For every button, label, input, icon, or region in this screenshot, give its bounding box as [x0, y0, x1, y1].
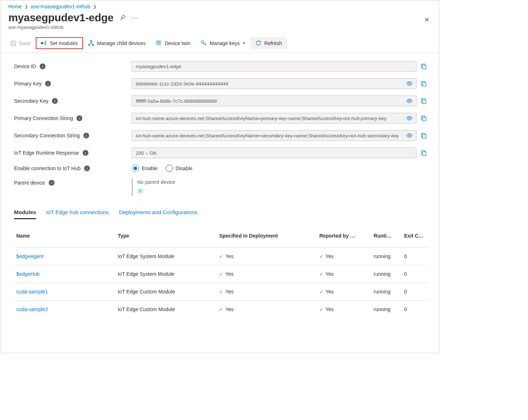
runtime-response-value: 200 -- OK [136, 150, 157, 156]
refresh-label: Refresh [264, 40, 282, 46]
copy-icon[interactable] [421, 133, 428, 139]
copy-icon[interactable] [421, 81, 428, 87]
svg-point-8 [201, 41, 204, 43]
close-icon[interactable]: ✕ [424, 12, 432, 24]
set-modules-label: Set modules [50, 40, 78, 46]
chevron-down-icon: ▾ [243, 41, 245, 45]
tab-modules[interactable]: Modules [14, 209, 36, 219]
col-reported[interactable]: Reported by … [317, 229, 372, 248]
col-type[interactable]: Type [115, 229, 217, 248]
radio-checked-icon [132, 165, 139, 172]
reveal-icon[interactable] [403, 115, 413, 121]
primary-key-label: Primary Key [14, 81, 42, 87]
secondary-conn-value: iot-hub-name.azure-devices.net;SharedAcc… [136, 133, 399, 138]
module-spec: ✓Yes [217, 283, 317, 301]
primary-conn-label: Primary Connection String [14, 115, 73, 121]
svg-rect-4 [41, 42, 43, 44]
module-runtime: running [371, 265, 402, 283]
svg-rect-18 [423, 151, 426, 155]
copy-icon[interactable] [421, 98, 428, 104]
disable-radio[interactable]: Disable [166, 165, 193, 172]
enable-connection-radio-group: Enable Disable [132, 165, 192, 172]
runtime-response-label: IoT Edge Runtime Response [14, 150, 79, 156]
module-runtime: running [371, 283, 402, 301]
info-icon[interactable]: i [45, 81, 51, 87]
device-panel: Home ❯ ase-myasegpudev1-iothub ❯ myasegp… [1, 0, 439, 353]
manage-keys-label: Manage keys [210, 40, 240, 46]
refresh-button[interactable]: Refresh [250, 37, 287, 49]
table-header-row: Name Type Specified in Deployment Report… [14, 229, 428, 248]
device-id-value: myasegpudev1-edge [136, 64, 181, 69]
info-icon[interactable]: i [83, 133, 89, 138]
hierarchy-icon [88, 40, 94, 46]
enable-radio[interactable]: Enable [132, 165, 158, 172]
device-id-field: myasegpudev1-edge [132, 61, 416, 72]
modules-table: Name Type Specified in Deployment Report… [14, 229, 428, 318]
col-runtime[interactable]: Runti… [371, 229, 402, 248]
copy-icon[interactable] [421, 63, 428, 70]
svg-rect-9 [423, 65, 426, 69]
svg-point-14 [409, 118, 410, 119]
table-row[interactable]: $edgeAgentIoT Edge System Module✓Yes✓Yes… [14, 248, 428, 265]
col-exit[interactable]: Exit C… [402, 229, 428, 248]
key-icon [201, 40, 207, 46]
secondary-conn-label: Secondary Connection String [14, 133, 80, 138]
tab-deployments[interactable]: Deployments and Configurations [119, 209, 198, 219]
module-exit: 0 [402, 248, 428, 265]
list-icon [156, 40, 162, 46]
module-name-link[interactable]: cuda-sample1 [16, 289, 48, 295]
info-icon[interactable]: i [49, 180, 54, 186]
runtime-response-field: 200 -- OK [132, 147, 416, 158]
reveal-icon[interactable] [403, 133, 413, 139]
primary-key-field: bbbbbbbb-1c1c-2d2d-3e3e-444444444444 [132, 78, 416, 89]
module-name-link[interactable]: $edgeAgent [16, 253, 44, 259]
module-type: IoT Edge Custom Module [115, 283, 217, 301]
gear-icon[interactable] [137, 188, 143, 195]
tab-connections[interactable]: IoT Edge hub connections [46, 209, 109, 219]
secondary-key-value: ffffffff-5a5a-6b6b-7c7c-888888888888 [136, 98, 217, 104]
col-spec[interactable]: Specified in Deployment [217, 229, 317, 248]
info-icon[interactable]: i [84, 165, 90, 171]
svg-rect-0 [11, 41, 16, 45]
parent-device-label: Parent device [14, 180, 45, 186]
reveal-icon[interactable] [403, 98, 413, 104]
manage-keys-button[interactable]: Manage keys ▾ [196, 37, 250, 49]
info-icon[interactable]: i [52, 98, 58, 104]
copy-icon[interactable] [421, 115, 428, 121]
more-icon[interactable]: ··· [132, 14, 138, 22]
device-id-label: Device ID [14, 63, 36, 69]
info-icon[interactable]: i [40, 63, 45, 69]
enable-radio-label: Enable [142, 165, 158, 171]
info-icon[interactable]: i [77, 115, 82, 121]
breadcrumb-home[interactable]: Home [8, 4, 22, 9]
device-twin-button[interactable]: Device twin [150, 37, 196, 49]
module-reported: ✓Yes [317, 248, 372, 265]
save-label: Save [19, 40, 31, 46]
module-name-link[interactable]: $edgeHub [16, 271, 40, 277]
table-row[interactable]: $edgeHubIoT Edge System Module✓Yes✓Yesru… [14, 265, 428, 283]
manage-child-label: Manage child devices [97, 40, 146, 46]
save-button: Save [5, 37, 36, 49]
table-row[interactable]: cuda-sample2IoT Edge Custom Module✓Yes✓Y… [14, 301, 428, 318]
set-modules-button[interactable]: Set modules [36, 37, 83, 49]
check-icon: ✓ [219, 307, 223, 312]
module-name-link[interactable]: cuda-sample2 [16, 306, 48, 312]
module-type: IoT Edge System Module [115, 265, 217, 283]
parent-device-block: No parent device [132, 178, 175, 196]
reveal-icon[interactable] [403, 81, 413, 87]
module-reported: ✓Yes [317, 301, 372, 318]
col-name[interactable]: Name [14, 229, 115, 248]
module-spec: ✓Yes [217, 248, 317, 265]
breadcrumb-parent[interactable]: ase-myasegpudev1-iothub [31, 4, 90, 9]
save-icon [10, 40, 16, 46]
tabs-bar: Modules IoT Edge hub connections Deploym… [14, 209, 428, 219]
module-spec: ✓Yes [217, 265, 317, 283]
manage-child-devices-button[interactable]: Manage child devices [83, 37, 151, 49]
info-icon[interactable]: i [83, 150, 88, 156]
svg-point-2 [45, 43, 46, 44]
module-runtime: running [371, 248, 402, 265]
svg-point-7 [92, 44, 93, 46]
table-row[interactable]: cuda-sample1IoT Edge Custom Module✓Yes✓Y… [14, 283, 428, 301]
pin-icon[interactable] [119, 14, 126, 21]
copy-icon[interactable] [421, 150, 428, 156]
